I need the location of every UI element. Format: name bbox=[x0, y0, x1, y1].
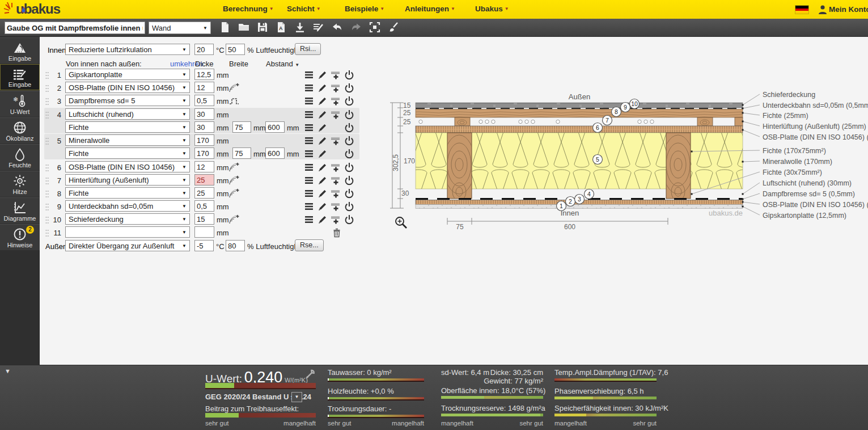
insert-layer-icon[interactable] bbox=[331, 201, 341, 212]
drag-handle[interactable] bbox=[45, 110, 49, 120]
german-flag-icon[interactable] bbox=[795, 5, 809, 14]
drag-handle[interactable] bbox=[45, 96, 49, 107]
drag-handle[interactable] bbox=[45, 176, 49, 186]
edit-layer-icon[interactable] bbox=[317, 201, 328, 212]
rse-button[interactable]: Rse... bbox=[295, 239, 324, 251]
material-select-11[interactable]: ▼ bbox=[65, 226, 190, 238]
edit-layer-icon[interactable] bbox=[317, 96, 328, 106]
drag-handle[interactable] bbox=[45, 70, 49, 81]
drag-handle[interactable] bbox=[45, 202, 49, 212]
material-select-4-sub[interactable]: Fichte▼ bbox=[65, 121, 190, 133]
drag-handle[interactable] bbox=[45, 228, 49, 238]
delete-layer-icon[interactable] bbox=[332, 227, 342, 238]
drag-handle[interactable] bbox=[45, 83, 49, 94]
download-icon[interactable] bbox=[294, 22, 306, 33]
membrane-profile-icon[interactable] bbox=[229, 96, 239, 106]
sidebar-item-u-wert[interactable]: U-Wert bbox=[0, 91, 40, 117]
dicke-input-4[interactable] bbox=[194, 108, 214, 120]
dicke-input-7[interactable] bbox=[194, 174, 214, 186]
stud-fichte-right[interactable] bbox=[662, 133, 694, 201]
dicke-input-8[interactable] bbox=[194, 187, 214, 199]
material-select-6[interactable]: OSB-Platte (DIN EN ISO 10456)▼ bbox=[65, 161, 190, 172]
edit-layer-icon[interactable] bbox=[317, 136, 328, 146]
insert-layer-icon[interactable] bbox=[331, 96, 341, 106]
insert-layer-icon[interactable] bbox=[331, 70, 341, 80]
insert-layer-icon[interactable] bbox=[331, 162, 341, 172]
layer-schieferdeckung[interactable] bbox=[416, 103, 743, 108]
toggle-layer-icon[interactable] bbox=[344, 136, 354, 146]
dicke-input-4-sub[interactable] bbox=[194, 121, 214, 133]
rsi-button[interactable]: Rsi... bbox=[295, 43, 321, 55]
sidebar-item-hitze[interactable]: Hitze bbox=[0, 171, 40, 197]
toggle-layer-icon[interactable] bbox=[344, 201, 354, 212]
dicke-input-5-sub[interactable] bbox=[194, 147, 214, 159]
aussen-climate-select[interactable]: Direkter Übergang zur Außenluft▼ bbox=[65, 240, 190, 251]
layer-menu-icon[interactable] bbox=[304, 123, 314, 133]
insert-layer-icon[interactable] bbox=[331, 188, 341, 199]
edit-layer-icon[interactable] bbox=[317, 109, 328, 120]
construction-type-select[interactable]: Wand▼ bbox=[149, 22, 211, 34]
aussen-humidity-input[interactable] bbox=[226, 240, 245, 251]
layer-menu-icon[interactable] bbox=[304, 162, 314, 172]
toggle-layer-icon[interactable] bbox=[344, 83, 354, 93]
menu-ubakus[interactable]: Ubakus▼ bbox=[475, 5, 509, 13]
dicke-input-2[interactable] bbox=[194, 82, 214, 93]
dicke-input-11[interactable] bbox=[194, 226, 214, 238]
menu-berechnung[interactable]: Berechnung▼ bbox=[223, 5, 274, 13]
sidebar-item-diagramme[interactable]: Diagramme bbox=[0, 197, 40, 224]
material-select-7[interactable]: Hinterlüftung (Außenluft)▼ bbox=[65, 174, 190, 186]
dicke-input-9[interactable] bbox=[194, 200, 214, 212]
layer-menu-icon[interactable] bbox=[304, 201, 314, 212]
material-select-3[interactable]: Dampfbremse sd= 5▼ bbox=[65, 95, 190, 106]
edit-layer-icon[interactable] bbox=[317, 188, 328, 199]
edit-layer-icon[interactable] bbox=[317, 70, 328, 80]
sidebar-item-eingabe-1[interactable]: Eingabe bbox=[0, 37, 40, 64]
toggle-layer-icon[interactable] bbox=[344, 214, 354, 225]
dicke-input-6[interactable] bbox=[194, 161, 214, 172]
pdf-export-icon[interactable] bbox=[276, 22, 287, 33]
drag-handle[interactable] bbox=[45, 163, 49, 173]
stud-fichte-left[interactable] bbox=[443, 133, 475, 201]
layer-osb-aussen[interactable] bbox=[416, 126, 743, 133]
toggle-layer-icon[interactable] bbox=[344, 109, 354, 120]
project-name-input[interactable] bbox=[5, 22, 145, 34]
breite-input-4-sub[interactable] bbox=[232, 121, 251, 133]
edit-layer-icon[interactable] bbox=[317, 162, 328, 172]
innen-temp-input[interactable] bbox=[194, 44, 214, 55]
add-wood-section-icon[interactable] bbox=[229, 188, 239, 199]
toggle-layer-icon[interactable] bbox=[344, 96, 354, 106]
drag-handle[interactable] bbox=[45, 136, 49, 146]
layer-menu-icon[interactable] bbox=[304, 188, 314, 199]
toggle-layer-icon[interactable] bbox=[344, 123, 354, 133]
geg-select-button[interactable]: ▼ bbox=[291, 392, 302, 402]
layer-menu-icon[interactable] bbox=[304, 214, 314, 225]
menu-schicht[interactable]: Schicht▼ bbox=[287, 5, 321, 13]
edit-layer-icon[interactable] bbox=[317, 83, 328, 93]
sign-edit-icon[interactable] bbox=[313, 22, 324, 33]
drag-handle[interactable] bbox=[45, 189, 49, 199]
drag-handle[interactable] bbox=[45, 215, 49, 225]
toggle-layer-icon[interactable] bbox=[344, 162, 354, 172]
abstand-input-4-sub[interactable] bbox=[265, 121, 285, 133]
redo-icon[interactable] bbox=[350, 22, 362, 33]
account-link[interactable]: Mein Konto bbox=[829, 5, 868, 14]
innen-climate-select[interactable]: Reduzierte Luftzirkulation▼ bbox=[65, 44, 190, 55]
sidebar-item-feuchte[interactable]: Feuchte bbox=[0, 144, 40, 170]
edit-layer-icon[interactable] bbox=[317, 175, 328, 186]
wrench-icon[interactable] bbox=[305, 369, 315, 380]
material-select-8[interactable]: Fichte▼ bbox=[65, 187, 190, 199]
save-icon[interactable] bbox=[257, 22, 268, 33]
toggle-layer-icon[interactable] bbox=[344, 188, 354, 199]
toggle-layer-icon[interactable] bbox=[344, 175, 354, 186]
layer-menu-icon[interactable] bbox=[304, 109, 314, 120]
brush-icon[interactable] bbox=[388, 22, 399, 33]
collapse-results-icon[interactable]: ▼ bbox=[5, 368, 11, 374]
insert-layer-icon[interactable] bbox=[331, 109, 341, 120]
sidebar-item-hinweise[interactable]: 2 Hinweise bbox=[0, 224, 40, 250]
dicke-input-10[interactable] bbox=[194, 213, 214, 225]
menu-beispiele[interactable]: Beispiele▼ bbox=[345, 5, 384, 13]
zoom-icon[interactable] bbox=[396, 217, 407, 228]
toggle-layer-icon[interactable] bbox=[344, 149, 354, 159]
insert-layer-icon[interactable] bbox=[331, 214, 341, 225]
aussen-temp-input[interactable] bbox=[194, 240, 214, 251]
